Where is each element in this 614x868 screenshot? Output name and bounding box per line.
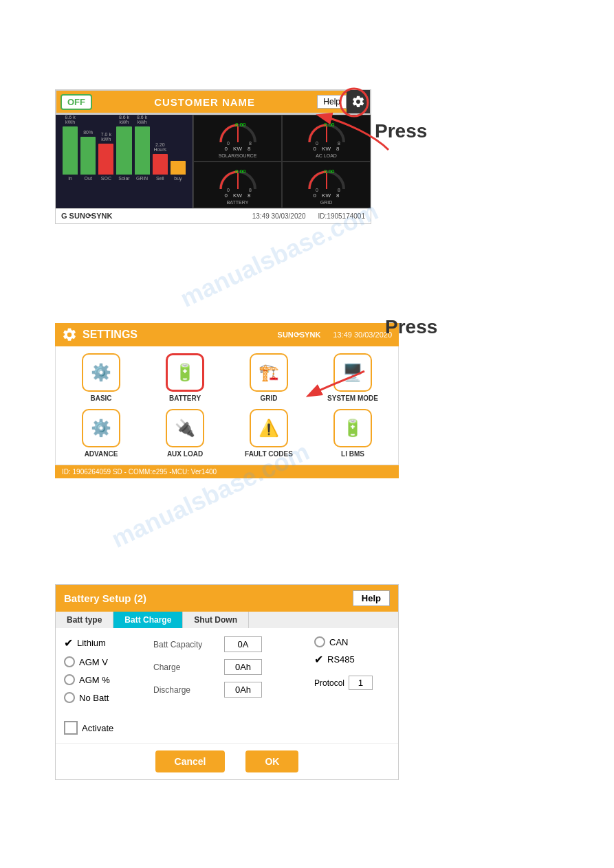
svg-text:0.00: 0.00 bbox=[324, 168, 335, 175]
bar-out: 80% Out bbox=[80, 130, 96, 181]
advance-icon-box: ⚙️ bbox=[82, 409, 120, 447]
sunsynk-logo: G SUN⟳SYNK bbox=[61, 212, 112, 221]
battery-icon-box: 🔋 bbox=[166, 353, 204, 392]
chart-area: 8.6 kkWh In 80% Out 7.0 kkWh SOC 8.6 kkW… bbox=[56, 115, 193, 208]
bar-sell: 2.20Hours Sell bbox=[153, 142, 168, 181]
batt-comm-column: CAN ✔ RS485 Protocol bbox=[314, 636, 390, 735]
activate-label: Activate bbox=[82, 723, 113, 733]
gauge-grid: 0 0.00 8 0 KW 8 GRID bbox=[282, 162, 371, 208]
battery-body: ✔ Lithium AGM V AGM % No Batt Activate bbox=[56, 628, 398, 743]
checkmark-lithium: ✔ bbox=[64, 636, 73, 649]
radio-circle-agmpct bbox=[64, 674, 75, 685]
tab-batt-charge[interactable]: Batt Charge bbox=[113, 612, 183, 628]
radio-agmv[interactable]: AGM V bbox=[64, 656, 140, 667]
batt-capacity-input[interactable] bbox=[224, 636, 262, 652]
advance-label: ADVANCE bbox=[85, 450, 118, 458]
param-charge: Charge bbox=[153, 659, 300, 675]
faultcodes-icon-box: ⚠️ bbox=[250, 409, 288, 447]
dashboard-id: ID:1905174001 bbox=[318, 212, 365, 220]
gauge-solar-svg: 0 0.00 8 bbox=[217, 118, 259, 146]
agmpct-label: AGM % bbox=[79, 675, 110, 685]
settings-header: SETTINGS SUN⟳SYNK 13:49 30/03/2020 bbox=[55, 323, 399, 346]
svg-text:8: 8 bbox=[249, 188, 252, 192]
press-label-2: Press bbox=[385, 316, 437, 338]
libms-label: LI BMS bbox=[341, 450, 364, 458]
svg-text:0: 0 bbox=[227, 188, 230, 192]
basic-icon-box: ⚙️ bbox=[82, 353, 120, 392]
tab-batt-type[interactable]: Batt type bbox=[56, 612, 113, 628]
dashboard-time: 13:49 30/03/2020 bbox=[252, 212, 306, 220]
radio-circle-agmv bbox=[64, 656, 75, 667]
libms-icon-box: 🔋 bbox=[333, 409, 372, 447]
grid-icon-box: 🏗️ bbox=[250, 353, 288, 392]
charge-input[interactable] bbox=[224, 659, 262, 675]
svg-text:8: 8 bbox=[249, 141, 252, 146]
gauge-grid-svg: 0 0.00 8 bbox=[306, 165, 347, 192]
battery-buttons: Cancel OK bbox=[56, 743, 398, 779]
agmv-label: AGM V bbox=[79, 657, 108, 667]
off-badge: OFF bbox=[61, 94, 92, 110]
svg-text:0.00: 0.00 bbox=[235, 168, 246, 175]
faultcodes-label: FAULT CODES bbox=[245, 450, 293, 458]
tab-shut-down[interactable]: Shut Down bbox=[183, 612, 249, 628]
nobatt-label: No Batt bbox=[79, 693, 109, 703]
gear-highlight-circle bbox=[338, 87, 370, 118]
batt-capacity-label: Batt Capacity bbox=[153, 640, 219, 649]
bar-solar: 8.6 kkWh Solar bbox=[116, 115, 131, 181]
radio-agmpct[interactable]: AGM % bbox=[64, 674, 140, 685]
radio-lithium[interactable]: ✔ Lithium bbox=[64, 636, 140, 649]
charge-label: Charge bbox=[153, 663, 219, 672]
basic-label: BASIC bbox=[90, 394, 111, 402]
discharge-input[interactable] bbox=[224, 682, 262, 698]
rs485-label: RS485 bbox=[327, 654, 355, 665]
settings-title: SETTINGS bbox=[83, 329, 138, 341]
svg-text:0: 0 bbox=[316, 188, 318, 192]
activate-row: Activate bbox=[64, 721, 140, 735]
settings-item-battery[interactable]: 🔋 BATTERY bbox=[146, 353, 223, 402]
svg-point-16 bbox=[340, 89, 368, 116]
settings-gear-icon bbox=[62, 327, 77, 342]
radio-circle-can bbox=[314, 636, 325, 647]
dashboard-footer: G SUN⟳SYNK 13:49 30/03/2020 ID:190517400… bbox=[55, 209, 371, 224]
cancel-button[interactable]: Cancel bbox=[155, 750, 226, 772]
param-discharge: Discharge bbox=[153, 682, 300, 698]
bar-buy: buy bbox=[171, 159, 186, 181]
batt-charge-column: Batt Capacity Charge Discharge bbox=[153, 636, 300, 735]
bar-soc: 7.0 kkWh SOC bbox=[98, 132, 113, 181]
settings-item-auxload[interactable]: 🔌 AUX LOAD bbox=[146, 409, 223, 458]
param-batt-capacity: Batt Capacity bbox=[153, 636, 300, 652]
battery-tabs: Batt type Batt Charge Shut Down bbox=[56, 612, 398, 628]
auxload-label: AUX LOAD bbox=[167, 450, 203, 458]
settings-item-advance[interactable]: ⚙️ ADVANCE bbox=[63, 409, 140, 458]
lithium-label: Lithium bbox=[77, 638, 106, 648]
activate-checkbox[interactable] bbox=[64, 721, 78, 735]
customer-name: CUSTOMER NAME bbox=[92, 96, 317, 108]
settings-item-basic[interactable]: ⚙️ BASIC bbox=[63, 353, 140, 402]
svg-text:0: 0 bbox=[227, 141, 230, 146]
svg-text:0.00: 0.00 bbox=[235, 122, 246, 128]
protocol-input[interactable] bbox=[349, 676, 373, 690]
ok-button[interactable]: OK bbox=[245, 750, 298, 772]
battery-help-button[interactable]: Help bbox=[353, 590, 390, 606]
comm-can[interactable]: CAN bbox=[314, 636, 390, 647]
comm-rs485[interactable]: ✔ RS485 bbox=[314, 653, 390, 666]
gauge-battery-svg: 0 0.00 8 bbox=[217, 165, 259, 192]
settings-item-libms[interactable]: 🔋 LI BMS bbox=[314, 409, 391, 458]
auxload-icon-box: 🔌 bbox=[166, 409, 204, 447]
battery-label: BATTERY bbox=[169, 394, 201, 402]
radio-circle-nobatt bbox=[64, 692, 75, 703]
checkmark-rs485: ✔ bbox=[314, 653, 323, 666]
settings-logo: SUN⟳SYNK bbox=[278, 331, 321, 340]
battery-setup-title: Battery Setup (2) bbox=[64, 592, 146, 604]
grid-label: GRID bbox=[261, 394, 278, 402]
settings-time: 13:49 30/03/2020 bbox=[333, 331, 392, 339]
protocol-label: Protocol bbox=[314, 678, 344, 688]
radio-nobatt[interactable]: No Batt bbox=[64, 692, 140, 703]
gauge-battery: 0 0.00 8 0 KW 8 BATTERY bbox=[193, 162, 282, 208]
settings-item-faultcodes[interactable]: ⚠️ FAULT CODES bbox=[230, 409, 307, 458]
battery-setup-header: Battery Setup (2) Help bbox=[56, 585, 398, 612]
batt-type-column: ✔ Lithium AGM V AGM % No Batt Activate bbox=[64, 636, 140, 735]
bar-grin: 8.6 kkWh GRiN bbox=[135, 115, 150, 181]
arrow-2 bbox=[296, 364, 378, 405]
bar-in: 8.6 kkWh In bbox=[63, 115, 78, 181]
